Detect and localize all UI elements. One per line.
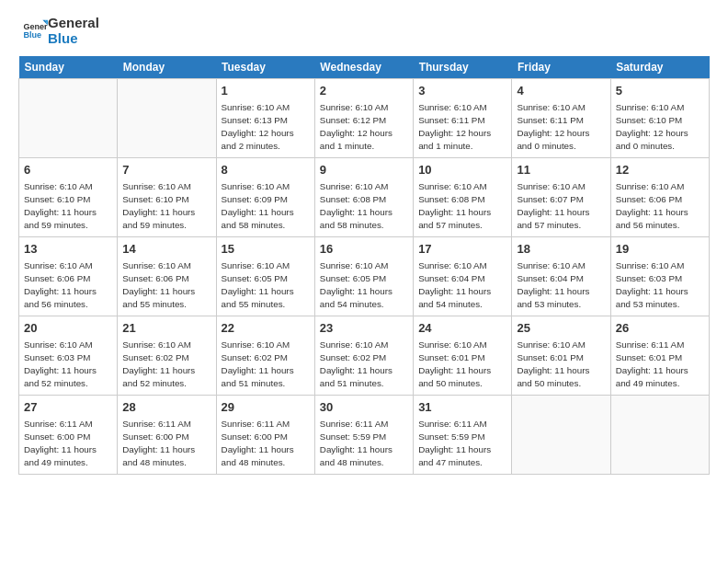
day-number: 1 [222, 83, 310, 99]
calendar-cell: 30Sunrise: 6:11 AM Sunset: 5:59 PM Dayli… [314, 395, 413, 474]
day-number: 12 [616, 162, 704, 178]
cell-info: Sunrise: 6:11 AM Sunset: 6:00 PM Dayligh… [222, 418, 310, 470]
day-number: 7 [122, 162, 210, 178]
calendar-table: SundayMondayTuesdayWednesdayThursdayFrid… [18, 56, 710, 475]
week-row-2: 6Sunrise: 6:10 AM Sunset: 6:10 PM Daylig… [19, 157, 710, 236]
cell-info: Sunrise: 6:11 AM Sunset: 5:59 PM Dayligh… [320, 418, 408, 470]
day-number: 4 [517, 83, 605, 99]
calendar-cell: 14Sunrise: 6:10 AM Sunset: 6:06 PM Dayli… [118, 236, 216, 316]
day-number: 19 [616, 241, 704, 258]
cell-info: Sunrise: 6:10 AM Sunset: 6:11 PM Dayligh… [418, 101, 506, 154]
calendar-cell: 16Sunrise: 6:10 AM Sunset: 6:05 PM Dayli… [314, 236, 413, 316]
day-number: 28 [122, 399, 210, 416]
logo-text-blue: Blue [48, 30, 99, 46]
cell-info: Sunrise: 6:11 AM Sunset: 5:59 PM Dayligh… [418, 418, 506, 470]
cell-info: Sunrise: 6:10 AM Sunset: 6:04 PM Dayligh… [418, 259, 506, 312]
day-number: 24 [418, 320, 506, 337]
calendar-cell [512, 395, 610, 474]
day-number: 15 [222, 241, 310, 258]
header-thursday: Thursday [414, 56, 512, 79]
day-number: 29 [222, 399, 310, 416]
week-row-4: 20Sunrise: 6:10 AM Sunset: 6:03 PM Dayli… [19, 316, 710, 395]
cell-info: Sunrise: 6:10 AM Sunset: 6:08 PM Dayligh… [418, 180, 506, 233]
calendar-cell: 8Sunrise: 6:10 AM Sunset: 6:09 PM Daylig… [216, 157, 314, 236]
calendar-cell: 11Sunrise: 6:10 AM Sunset: 6:07 PM Dayli… [512, 157, 610, 236]
calendar-cell: 1Sunrise: 6:10 AM Sunset: 6:13 PM Daylig… [216, 78, 314, 157]
calendar-cell: 5Sunrise: 6:10 AM Sunset: 6:10 PM Daylig… [610, 78, 709, 157]
cell-info: Sunrise: 6:10 AM Sunset: 6:03 PM Dayligh… [24, 339, 112, 391]
calendar-cell: 4Sunrise: 6:10 AM Sunset: 6:11 PM Daylig… [512, 78, 610, 157]
svg-text:General: General [23, 22, 48, 31]
day-number: 3 [418, 83, 506, 99]
calendar-cell: 15Sunrise: 6:10 AM Sunset: 6:05 PM Dayli… [216, 236, 314, 316]
calendar-cell: 29Sunrise: 6:11 AM Sunset: 6:00 PM Dayli… [216, 395, 314, 474]
week-row-3: 13Sunrise: 6:10 AM Sunset: 6:06 PM Dayli… [19, 236, 710, 316]
calendar-cell: 17Sunrise: 6:10 AM Sunset: 6:04 PM Dayli… [414, 236, 512, 316]
day-number: 30 [320, 399, 408, 416]
cell-info: Sunrise: 6:10 AM Sunset: 6:01 PM Dayligh… [418, 339, 506, 391]
header-friday: Friday [512, 56, 610, 79]
calendar-cell: 7Sunrise: 6:10 AM Sunset: 6:10 PM Daylig… [118, 157, 216, 236]
cell-info: Sunrise: 6:11 AM Sunset: 6:00 PM Dayligh… [24, 418, 112, 470]
day-number: 14 [122, 241, 210, 258]
calendar-cell: 21Sunrise: 6:10 AM Sunset: 6:02 PM Dayli… [118, 316, 216, 395]
day-number: 25 [517, 320, 605, 337]
logo-text-general: General [48, 15, 99, 30]
calendar-cell: 28Sunrise: 6:11 AM Sunset: 6:00 PM Dayli… [118, 395, 216, 474]
calendar-cell: 22Sunrise: 6:10 AM Sunset: 6:02 PM Dayli… [216, 316, 314, 395]
cell-info: Sunrise: 6:10 AM Sunset: 6:08 PM Dayligh… [320, 180, 408, 233]
day-number: 5 [616, 83, 704, 99]
cell-info: Sunrise: 6:10 AM Sunset: 6:04 PM Dayligh… [517, 259, 605, 312]
calendar-cell: 19Sunrise: 6:10 AM Sunset: 6:03 PM Dayli… [610, 236, 709, 316]
logo-icon: General Blue [22, 17, 48, 43]
calendar-cell: 9Sunrise: 6:10 AM Sunset: 6:08 PM Daylig… [314, 157, 413, 236]
calendar-cell [19, 78, 118, 157]
day-number: 9 [320, 162, 408, 178]
cell-info: Sunrise: 6:10 AM Sunset: 6:01 PM Dayligh… [517, 339, 605, 391]
cell-info: Sunrise: 6:10 AM Sunset: 6:13 PM Dayligh… [222, 101, 310, 154]
calendar-cell [118, 78, 216, 157]
calendar-cell: 13Sunrise: 6:10 AM Sunset: 6:06 PM Dayli… [19, 236, 118, 316]
day-number: 13 [24, 241, 112, 258]
calendar-cell: 6Sunrise: 6:10 AM Sunset: 6:10 PM Daylig… [19, 157, 118, 236]
calendar-cell: 31Sunrise: 6:11 AM Sunset: 5:59 PM Dayli… [414, 395, 512, 474]
cell-info: Sunrise: 6:11 AM Sunset: 6:01 PM Dayligh… [616, 339, 704, 391]
calendar-page: General Blue General Blue SundayMondayTu… [0, 0, 728, 563]
day-number: 21 [122, 320, 210, 337]
day-number: 6 [24, 162, 112, 178]
calendar-header-row: SundayMondayTuesdayWednesdayThursdayFrid… [19, 56, 710, 79]
cell-info: Sunrise: 6:11 AM Sunset: 6:00 PM Dayligh… [122, 418, 210, 470]
cell-info: Sunrise: 6:10 AM Sunset: 6:07 PM Dayligh… [517, 180, 605, 233]
header-wednesday: Wednesday [314, 56, 413, 79]
calendar-cell: 3Sunrise: 6:10 AM Sunset: 6:11 PM Daylig… [414, 78, 512, 157]
calendar-cell: 25Sunrise: 6:10 AM Sunset: 6:01 PM Dayli… [512, 316, 610, 395]
header-saturday: Saturday [610, 56, 709, 79]
calendar-cell: 27Sunrise: 6:11 AM Sunset: 6:00 PM Dayli… [19, 395, 118, 474]
day-number: 20 [24, 320, 112, 337]
page-header: General Blue General Blue [18, 15, 710, 47]
calendar-cell: 10Sunrise: 6:10 AM Sunset: 6:08 PM Dayli… [414, 157, 512, 236]
calendar-cell: 23Sunrise: 6:10 AM Sunset: 6:02 PM Dayli… [314, 316, 413, 395]
day-number: 23 [320, 320, 408, 337]
day-number: 22 [222, 320, 310, 337]
cell-info: Sunrise: 6:10 AM Sunset: 6:10 PM Dayligh… [616, 101, 704, 154]
day-number: 17 [418, 241, 506, 258]
day-number: 31 [418, 399, 506, 416]
calendar-cell: 2Sunrise: 6:10 AM Sunset: 6:12 PM Daylig… [314, 78, 413, 157]
header-sunday: Sunday [19, 56, 118, 79]
week-row-1: 1Sunrise: 6:10 AM Sunset: 6:13 PM Daylig… [19, 78, 710, 157]
week-row-5: 27Sunrise: 6:11 AM Sunset: 6:00 PM Dayli… [19, 395, 710, 474]
calendar-cell: 20Sunrise: 6:10 AM Sunset: 6:03 PM Dayli… [19, 316, 118, 395]
cell-info: Sunrise: 6:10 AM Sunset: 6:05 PM Dayligh… [222, 259, 310, 312]
cell-info: Sunrise: 6:10 AM Sunset: 6:06 PM Dayligh… [122, 259, 210, 312]
day-number: 8 [222, 162, 310, 178]
cell-info: Sunrise: 6:10 AM Sunset: 6:12 PM Dayligh… [320, 101, 408, 154]
calendar-cell [610, 395, 709, 474]
cell-info: Sunrise: 6:10 AM Sunset: 6:06 PM Dayligh… [24, 259, 112, 312]
cell-info: Sunrise: 6:10 AM Sunset: 6:10 PM Dayligh… [24, 180, 112, 233]
day-number: 27 [24, 399, 112, 416]
cell-info: Sunrise: 6:10 AM Sunset: 6:05 PM Dayligh… [320, 259, 408, 312]
cell-info: Sunrise: 6:10 AM Sunset: 6:02 PM Dayligh… [122, 339, 210, 391]
day-number: 11 [517, 162, 605, 178]
cell-info: Sunrise: 6:10 AM Sunset: 6:10 PM Dayligh… [122, 180, 210, 233]
